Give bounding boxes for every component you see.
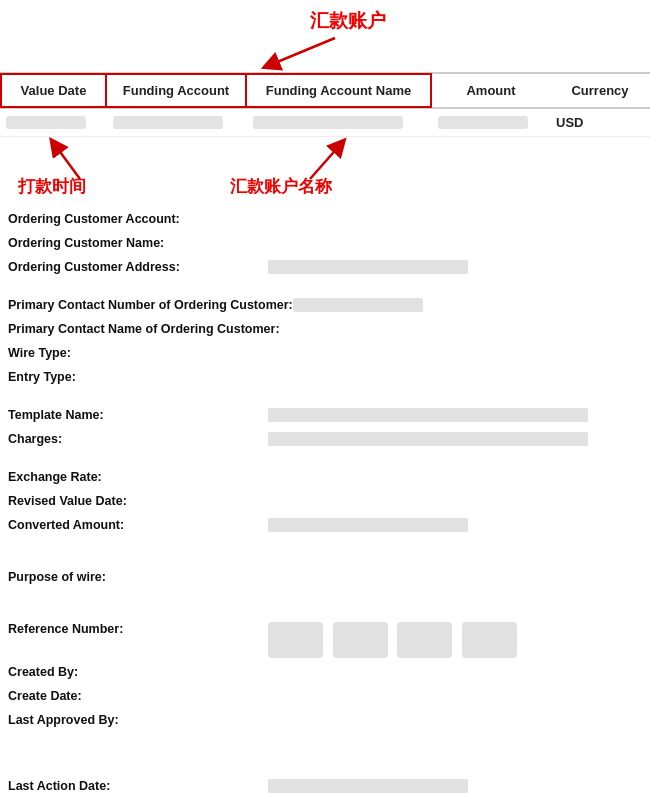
svg-line-1: [55, 145, 80, 179]
table-data-row: USD: [0, 109, 650, 137]
svg-line-0: [270, 38, 335, 65]
cell-amount: [432, 109, 550, 136]
field-purpose-of-wire: Purpose of wire:: [8, 570, 642, 590]
field-primary-contact-name: Primary Contact Name of Ordering Custome…: [8, 322, 642, 342]
lower-annotation-right: 汇款账户名称: [230, 175, 332, 198]
cell-value-date: [0, 109, 107, 136]
cell-currency: USD: [550, 109, 650, 136]
cell-funding-account: [107, 109, 247, 136]
field-last-action-date: Last Action Date:: [8, 779, 642, 793]
field-ordering-customer-account: Ordering Customer Account:: [8, 212, 642, 232]
col-header-amount: Amount: [432, 73, 550, 108]
field-exchange-rate: Exchange Rate:: [8, 470, 642, 490]
col-header-currency: Currency: [550, 73, 650, 108]
field-ordering-customer-address: Ordering Customer Address:: [8, 260, 642, 280]
col-header-funding-account: Funding Account: [107, 73, 247, 108]
field-revised-value-date: Revised Value Date:: [8, 494, 642, 514]
field-entry-type: Entry Type:: [8, 370, 642, 390]
col-header-value-date: Value Date: [0, 73, 107, 108]
field-converted-amount: Converted Amount:: [8, 518, 642, 538]
field-wire-type: Wire Type:: [8, 346, 642, 366]
table-header: Value Date Funding Account Funding Accou…: [0, 72, 650, 109]
field-last-approved-by: Last Approved By:: [8, 713, 642, 733]
lower-annotation-left: 打款时间: [18, 175, 86, 198]
cell-funding-account-name: [247, 109, 432, 136]
detail-section: Ordering Customer Account: Ordering Cust…: [0, 202, 650, 793]
field-create-date: Create Date:: [8, 689, 642, 709]
field-reference-number: Reference Number:: [8, 622, 642, 661]
field-template-name: Template Name:: [8, 408, 642, 428]
col-header-funding-account-name: Funding Account Name: [247, 73, 432, 108]
field-charges: Charges:: [8, 432, 642, 452]
field-created-by: Created By:: [8, 665, 642, 685]
svg-line-2: [310, 145, 340, 179]
annotation-arrows-top: [0, 0, 650, 72]
field-primary-contact-number: Primary Contact Number of Ordering Custo…: [8, 298, 642, 318]
field-ordering-customer-name: Ordering Customer Name:: [8, 236, 642, 256]
